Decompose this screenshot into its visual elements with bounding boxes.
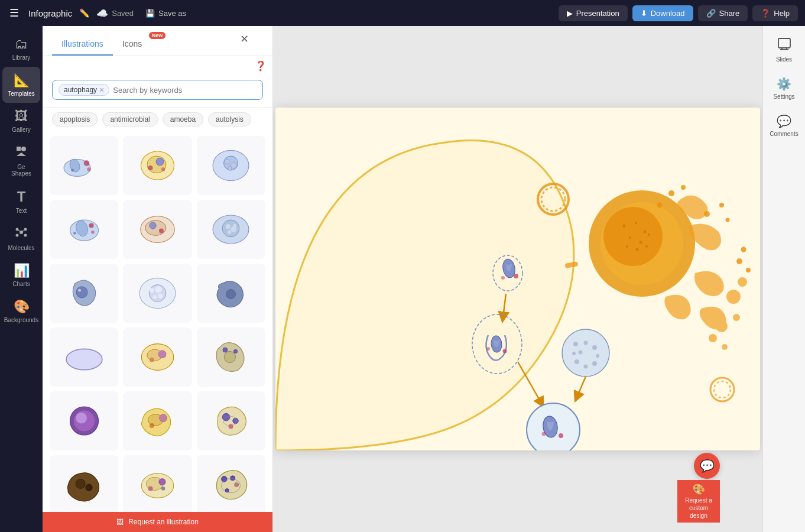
illustration-1[interactable] [50, 136, 118, 195]
svg-point-115 [736, 258, 742, 264]
illustration-11[interactable] [123, 327, 191, 387]
panel-help-button[interactable]: ❓ [254, 59, 268, 73]
svg-point-44 [150, 288, 154, 293]
suggestion-antimicrobial[interactable]: antimicrobial [102, 112, 157, 126]
presentation-label: Presentation [576, 9, 619, 18]
illustration-17[interactable] [123, 455, 191, 512]
svg-point-117 [741, 247, 746, 252]
svg-point-143 [574, 359, 579, 364]
illustration-13[interactable] [50, 391, 118, 450]
sidebar-item-charts[interactable]: 📊 Charts [2, 257, 40, 293]
canvas-area: 💬 🎨 Request a custom design [273, 26, 762, 532]
sidebar-item-gallery[interactable]: 🖼 Gallery [2, 103, 40, 139]
svg-point-75 [231, 476, 235, 481]
svg-point-134 [559, 433, 563, 438]
sidebar-item-text[interactable]: T Text [2, 183, 40, 220]
sidebar-item-templates[interactable]: 📐 Templates [2, 67, 40, 103]
svg-point-65 [229, 424, 233, 429]
illustration-14[interactable] [123, 391, 191, 450]
illustration-9[interactable] [197, 264, 265, 323]
sidebar-item-molecules[interactable]: Molecules [2, 220, 40, 257]
suggestion-amoeba[interactable]: amoeba [163, 112, 203, 126]
svg-point-6 [16, 234, 19, 237]
panel-close-button[interactable]: ✕ [237, 32, 251, 46]
search-input[interactable] [113, 86, 257, 95]
svg-point-62 [150, 423, 154, 428]
svg-point-103 [726, 290, 741, 304]
svg-point-113 [681, 185, 686, 190]
illustration-6[interactable] [197, 200, 265, 259]
share-icon: 🔗 [706, 9, 716, 18]
presentation-button[interactable]: ▶ Presentation [559, 5, 628, 21]
svg-point-61 [160, 414, 167, 422]
svg-point-129 [503, 349, 507, 353]
illustration-5[interactable] [123, 200, 191, 259]
svg-rect-0 [17, 147, 21, 151]
sidebar-label-gallery: Gallery [12, 126, 31, 133]
svg-point-12 [83, 160, 89, 166]
svg-point-110 [719, 203, 724, 207]
svg-point-96 [644, 231, 647, 233]
svg-point-112 [668, 190, 674, 196]
tab-illustrations[interactable]: Illustrations [52, 33, 113, 56]
svg-point-49 [66, 349, 102, 369]
tag-remove-button[interactable]: × [99, 86, 104, 94]
request-illus-label: Request an illustration [128, 518, 199, 526]
icons-tab-label: Icons [122, 39, 142, 48]
svg-point-138 [584, 341, 588, 345]
share-button[interactable]: 🔗 Share [698, 5, 748, 21]
suggestion-apoptosis[interactable]: apoptosis [52, 112, 98, 126]
shapes-icon [15, 145, 28, 161]
illustration-10[interactable] [50, 327, 118, 387]
request-custom-button[interactable]: 🎨 Request a custom design [677, 480, 720, 523]
illustration-3[interactable] [197, 136, 265, 195]
molecules-icon [15, 226, 28, 242]
grid-row-1 [50, 136, 265, 195]
chat-button[interactable]: 💬 [694, 453, 720, 479]
illustration-16[interactable] [50, 455, 118, 512]
sidebar-item-backgrounds[interactable]: 🎨 Backgrounds [2, 293, 40, 329]
download-button[interactable]: ⬇ Download [632, 5, 693, 21]
sidebar-item-shapes[interactable]: Ge Shapes [2, 139, 40, 183]
svg-point-1 [21, 147, 26, 151]
svg-point-114 [657, 203, 663, 208]
sidebar-label-templates: Templates [8, 90, 35, 97]
panel-header: Illustrations Icons New ✕ [43, 26, 272, 56]
tab-icons[interactable]: Icons New [113, 33, 151, 56]
illustration-7[interactable] [50, 264, 118, 323]
svg-point-18 [148, 166, 152, 170]
save-status: ☁️ Saved [96, 8, 134, 19]
settings-button[interactable]: ⚙️ Settings [765, 71, 803, 106]
doc-title: Infographic [28, 8, 72, 18]
help-icon: ❓ [761, 9, 770, 18]
comments-icon: 💬 [777, 114, 791, 128]
edit-title-icon[interactable]: ✏️ [79, 8, 89, 18]
comments-button[interactable]: 💬 Comments [765, 108, 803, 143]
saveas-button[interactable]: 💾 Save as [141, 7, 191, 20]
help-label: Help [774, 9, 790, 18]
svg-point-48 [226, 290, 236, 299]
request-illustration-bar[interactable]: 🖼 Request an illustration [43, 512, 272, 532]
request-custom-label: Request a custom design [680, 497, 718, 520]
help-button[interactable]: ❓ Help [752, 5, 798, 21]
menu-button[interactable]: ☰ [7, 4, 21, 22]
illustration-8[interactable] [123, 264, 191, 323]
illustration-12[interactable] [197, 327, 265, 387]
slides-button[interactable]: Slides [765, 31, 803, 69]
sidebar-item-library[interactable]: 🗂 Library [2, 31, 40, 67]
svg-point-67 [76, 479, 85, 488]
suggestion-autolysis[interactable]: autolysis [208, 112, 251, 126]
illustration-18[interactable] [197, 455, 265, 512]
svg-point-7 [24, 234, 27, 237]
svg-point-55 [223, 348, 228, 352]
svg-point-45 [155, 286, 161, 293]
cloud-icon: ☁️ [96, 8, 108, 19]
illustration-15[interactable] [197, 391, 265, 450]
grid-row-2 [50, 200, 265, 259]
svg-point-101 [636, 248, 639, 251]
left-sidebar: 🗂 Library 📐 Templates 🖼 Gallery Ge Shape… [0, 26, 43, 532]
topbar-left: ☰ Infographic ✏️ ☁️ Saved 💾 Save as [7, 4, 549, 22]
main-canvas[interactable] [275, 108, 760, 450]
illustration-2[interactable] [123, 136, 191, 195]
illustration-4[interactable] [50, 200, 118, 259]
